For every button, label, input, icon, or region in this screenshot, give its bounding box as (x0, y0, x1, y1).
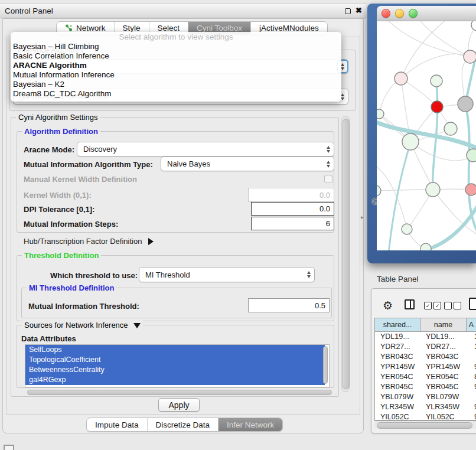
dropdown-item[interactable]: Bayesian – Hill Climbing (11, 42, 341, 51)
minimize-traffic-light-icon[interactable] (395, 9, 404, 18)
algorithm-dropdown-popup: Select algorithm to view settings Bayesi… (11, 32, 341, 102)
dpi-tolerance-field[interactable]: 0.0 (251, 202, 334, 216)
mi-threshold-field[interactable]: 0.5 (248, 298, 330, 312)
combo-arrows-icon (307, 271, 311, 278)
settings-scrollbar-track[interactable] (341, 116, 350, 392)
table-hscrollbar-thumb[interactable] (377, 422, 472, 429)
list-item[interactable]: TopologicalCoefficient (25, 355, 325, 365)
node-partial-top[interactable] (471, 21, 476, 31)
network-tab-icon (65, 24, 73, 32)
kernel-width-label: Kernel Width (0,1): (24, 191, 92, 200)
table-hscrollbar-track[interactable] (374, 420, 476, 429)
node-right-green[interactable] (467, 149, 476, 162)
document-icon[interactable] (469, 298, 476, 310)
table-row[interactable]: YDR27...YDR27...12 (375, 342, 476, 352)
tab-impute-data[interactable]: Impute Data (87, 418, 148, 431)
split-columns-icon[interactable] (405, 299, 415, 309)
table-row[interactable]: YDL19...YDL19...13 (375, 332, 476, 342)
table-row[interactable]: YIL052CYIL052C9 (375, 412, 476, 420)
node-hap4[interactable] (426, 182, 440, 197)
manual-kernel-width-checkbox[interactable] (324, 175, 332, 183)
checked-pair-icon[interactable]: ✓✓ (424, 302, 441, 309)
tab-discretize-data[interactable]: Discretize Data (148, 418, 219, 431)
mi-algorithm-type-combo[interactable]: Naive Bayes (161, 156, 334, 171)
list-item[interactable]: BetweennessCentrality (25, 365, 325, 375)
sources-toggle[interactable]: Sources for Network Inference (22, 321, 143, 330)
dropdown-item[interactable]: Bayesian – K2 (11, 80, 341, 89)
which-threshold-combo[interactable]: MI Threshold (139, 267, 315, 282)
node-gal1-red[interactable] (431, 101, 443, 113)
node-gal80[interactable] (395, 72, 407, 85)
control-panel-title: Control Panel (5, 6, 53, 15)
node-gal-top[interactable] (464, 50, 476, 63)
node-gal4[interactable] (402, 133, 419, 150)
list-scrollbar[interactable] (323, 346, 328, 384)
table-row[interactable]: YBR043CYBR043C (375, 352, 476, 362)
combo-arrows-icon (327, 146, 330, 153)
network-canvas[interactable] (377, 21, 476, 250)
mi-steps-field[interactable]: 6 (251, 217, 334, 230)
tab-discretize-data-label: Discretize Data (156, 420, 210, 429)
dropdown-item[interactable]: Mutual Information Inference (11, 70, 341, 80)
dropdown-item-selected[interactable]: ARACNE Algorithm (11, 61, 341, 70)
table-row[interactable]: YBL079WYBL079W (375, 392, 476, 402)
network-window-titlebar[interactable] (377, 6, 476, 21)
column-header-name[interactable]: name (420, 318, 467, 331)
bottom-tabbar: Impute Data Discretize Data Infer Networ… (86, 418, 283, 432)
mi-threshold-label: Mutual Information Threshold: (28, 302, 139, 311)
close-icon[interactable]: ✖ (356, 6, 362, 15)
list-item[interactable]: gal4RGexp (25, 375, 325, 385)
docked-panel-icon[interactable] (4, 445, 14, 450)
node-swi4[interactable] (444, 122, 457, 135)
hub-definition-toggle[interactable]: Hub/Transcription Factor Definition (24, 236, 154, 246)
expand-right-icon (148, 238, 154, 245)
tab-network-label: Network (76, 24, 106, 32)
node-gcy1[interactable] (377, 185, 381, 196)
table-row[interactable]: YBR045CYBR045C9. (375, 382, 476, 392)
network-graph (377, 21, 476, 250)
dpi-tolerance-value: 0.0 (319, 204, 330, 213)
algorithm-definition-title: Algorithm Definition (22, 127, 100, 136)
cyni-algorithm-settings-title: Cyni Algorithm Settings (16, 113, 100, 122)
close-traffic-light-icon[interactable] (382, 9, 390, 18)
node-hap2[interactable] (402, 224, 412, 234)
node-gray[interactable] (458, 96, 473, 112)
settings-scrollbar-thumb[interactable] (343, 119, 350, 389)
table-row[interactable]: YLR345WYLR345W9. (375, 402, 476, 412)
table-row[interactable]: YPR145WYPR145W9. (375, 362, 476, 372)
gear-icon[interactable]: ⚙ (383, 299, 393, 312)
tab-style-label: Style (123, 24, 141, 32)
float-icon[interactable] (345, 8, 351, 14)
table-header-row: shared... name A (375, 318, 476, 332)
mi-steps-value: 6 (326, 219, 330, 228)
mi-threshold-value: 0.5 (315, 301, 325, 310)
kernel-width-value: 0.0 (319, 191, 330, 200)
expand-down-icon (133, 323, 141, 328)
settings-horizontal-scrollbar[interactable] (27, 390, 332, 395)
aracne-mode-value: Discovery (83, 145, 117, 154)
aracne-mode-combo[interactable]: Discovery (77, 142, 334, 156)
which-threshold-label: Which threshold to use: (50, 271, 138, 280)
node-gal10[interactable] (431, 75, 442, 87)
unchecked-pair-icon[interactable] (444, 302, 461, 309)
column-header-shared[interactable]: shared... (375, 318, 420, 331)
table-row[interactable]: YER054CYER054C8. (375, 372, 476, 382)
splitpane-arrow-icon[interactable]: ▸ (361, 214, 364, 220)
tab-infer-network-label: Infer Network (227, 420, 274, 429)
mi-algorithm-type-value: Naive Bayes (167, 159, 210, 168)
kernel-width-field[interactable]: 0.0 (248, 188, 334, 202)
node-gal11[interactable] (377, 109, 384, 119)
dropdown-placeholder: Select algorithm to view settings (11, 32, 341, 42)
node-partial-bottom[interactable] (420, 243, 431, 250)
combo-arrows-icon (327, 161, 330, 168)
tab-impute-data-label: Impute Data (95, 420, 139, 429)
dropdown-item[interactable]: Dream8 DC_TDC Algorithm (11, 89, 341, 99)
app-screen: Control Panel ✖ Network Style Select Cyn… (0, 0, 476, 450)
dropdown-item[interactable]: Basic Correlation Inference (11, 51, 341, 61)
apply-button[interactable]: Apply (158, 398, 200, 412)
zoom-traffic-light-icon[interactable] (409, 9, 418, 18)
node-pink-right[interactable] (465, 184, 476, 195)
column-header-partial[interactable]: A (467, 318, 476, 331)
tab-infer-network[interactable]: Infer Network (219, 418, 282, 431)
list-item[interactable]: SelfLoops (25, 345, 325, 355)
